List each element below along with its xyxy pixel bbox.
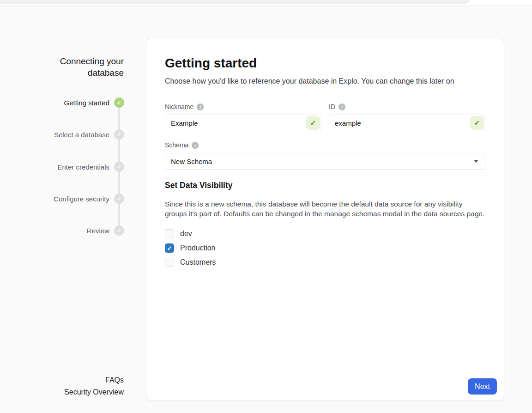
visibility-group-production[interactable]: ✓ Production (165, 243, 485, 253)
nickname-field-group: Nickname i ✓ (165, 103, 321, 131)
chevron-down-icon (474, 160, 478, 163)
schema-label: Schema (165, 141, 188, 149)
visibility-group-list: ✓ dev ✓ Production ✓ Customers (165, 229, 485, 267)
id-field-group: ID i ✓ (329, 103, 485, 131)
checkbox-label: Customers (180, 258, 216, 267)
step-label: Configure security (54, 195, 109, 203)
step-check-icon: ✓ (114, 162, 124, 172)
step-select-database[interactable]: Select a database ✓ (54, 129, 124, 140)
info-icon[interactable]: i (197, 103, 204, 110)
browser-tab-remnant (0, 0, 469, 4)
wizard-title: Connecting your database (43, 55, 124, 79)
browser-chrome-sliver (0, 0, 532, 6)
id-label: ID (329, 103, 335, 110)
data-visibility-description: Since this is a new schema, this databas… (165, 199, 485, 219)
checkbox-checked[interactable]: ✓ (165, 243, 174, 253)
step-label: Enter credentials (57, 163, 109, 171)
card-body: Getting started Choose how you'd like to… (146, 38, 504, 267)
schema-select[interactable]: New Schema (165, 153, 485, 170)
wizard-sidebar: Connecting your database Getting started… (0, 6, 129, 413)
id-input-wrap: ✓ (329, 115, 485, 131)
nickname-id-row: Nickname i ✓ ID i ✓ (165, 103, 485, 131)
step-label: Getting started (64, 99, 109, 107)
card-footer: Next (146, 372, 504, 401)
page-title: Getting started (165, 55, 485, 72)
checkbox-unchecked[interactable]: ✓ (165, 229, 174, 238)
next-button[interactable]: Next (468, 378, 497, 395)
nickname-label: Nickname (165, 103, 193, 110)
visibility-group-dev[interactable]: ✓ dev (165, 229, 485, 238)
valid-check-icon: ✓ (470, 116, 484, 130)
id-label-row: ID i (329, 103, 485, 110)
step-review[interactable]: Review ✓ (87, 225, 124, 236)
step-getting-started[interactable]: Getting started ✓ (64, 97, 124, 108)
nickname-input-wrap: ✓ (165, 115, 321, 131)
info-icon[interactable]: i (192, 142, 199, 149)
step-check-icon: ✓ (114, 97, 124, 108)
nickname-label-row: Nickname i (165, 103, 321, 110)
schema-field-group: Schema i New Schema (165, 141, 485, 170)
security-overview-link[interactable]: Security Overview (64, 386, 124, 398)
schema-label-row: Schema i (165, 141, 485, 149)
step-check-icon: ✓ (114, 129, 124, 140)
getting-started-card: Getting started Choose how you'd like to… (146, 38, 504, 401)
data-visibility-heading: Set Data Visibility (165, 181, 485, 190)
sidebar-links: FAQs Security Overview (64, 374, 124, 398)
id-input[interactable] (329, 115, 485, 131)
step-check-icon: ✓ (114, 225, 124, 236)
info-icon[interactable]: i (339, 103, 345, 110)
checkbox-label: dev (180, 230, 192, 238)
nickname-input[interactable] (165, 115, 321, 131)
schema-selected-value: New Schema (171, 158, 212, 165)
faqs-link[interactable]: FAQs (64, 374, 124, 386)
visibility-group-customers[interactable]: ✓ Customers (165, 258, 485, 267)
step-check-icon: ✓ (114, 194, 124, 204)
step-label: Review (87, 227, 109, 235)
valid-check-icon: ✓ (306, 116, 320, 130)
step-label: Select a database (54, 131, 109, 139)
page-subtitle: Choose how you'd like to reference your … (165, 76, 485, 86)
checkbox-label: Production (180, 244, 216, 252)
step-configure-security[interactable]: Configure security ✓ (54, 194, 124, 204)
checkbox-unchecked[interactable]: ✓ (165, 258, 174, 267)
step-enter-credentials[interactable]: Enter credentials ✓ (57, 162, 124, 172)
